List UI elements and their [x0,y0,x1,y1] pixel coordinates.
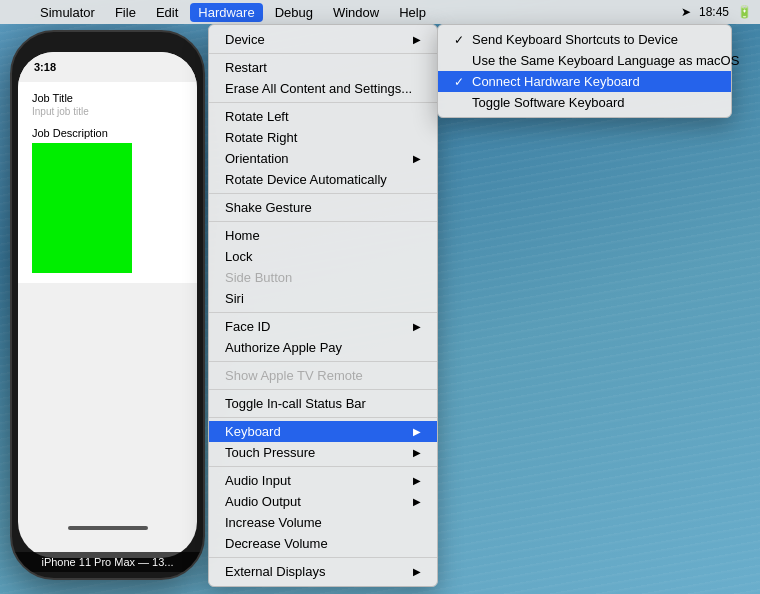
battery-icon: 🔋 [737,5,752,19]
menu-authorize-pay-label: Authorize Apple Pay [225,340,342,355]
separator-8 [209,417,437,418]
menubar-file[interactable]: File [107,3,144,22]
menu-restart-label: Restart [225,60,267,75]
menu-rotate-left[interactable]: Rotate Left [209,106,437,127]
job-title-placeholder: Input job title [32,106,183,117]
menu-audio-input-label: Audio Input [225,473,291,488]
menu-erase[interactable]: Erase All Content and Settings... [209,78,437,99]
menu-keyboard-label: Keyboard [225,424,281,439]
separator-5 [209,312,437,313]
menu-keyboard[interactable]: Keyboard ▶ [209,421,437,442]
menu-device[interactable]: Device ▶ [209,29,437,50]
separator-2 [209,102,437,103]
menu-rotate-right-label: Rotate Right [225,130,297,145]
separator-1 [209,53,437,54]
menu-decrease-volume[interactable]: Decrease Volume [209,533,437,554]
menubar: Simulator File Edit Hardware Debug Windo… [0,0,760,24]
separator-6 [209,361,437,362]
submenu-connect-hardware-label: Connect Hardware Keyboard [472,74,640,89]
menu-siri-label: Siri [225,291,244,306]
menu-external-displays[interactable]: External Displays ▶ [209,561,437,582]
menu-erase-label: Erase All Content and Settings... [225,81,412,96]
menu-apple-tv-remote-label: Show Apple TV Remote [225,368,363,383]
menu-face-id[interactable]: Face ID ▶ [209,316,437,337]
menu-orientation[interactable]: Orientation ▶ [209,148,437,169]
menu-audio-output[interactable]: Audio Output ▶ [209,491,437,512]
menu-audio-input[interactable]: Audio Input ▶ [209,470,437,491]
menubar-hardware[interactable]: Hardware [190,3,262,22]
submenu-same-language[interactable]: ✓ Use the Same Keyboard Language as macO… [438,50,731,71]
menubar-window[interactable]: Window [325,3,387,22]
menu-rotate-auto-label: Rotate Device Automatically [225,172,387,187]
check-send-shortcuts: ✓ [454,33,464,47]
menu-rotate-auto[interactable]: Rotate Device Automatically [209,169,437,190]
menu-face-id-label: Face ID [225,319,271,334]
menu-toggle-status-bar-label: Toggle In-call Status Bar [225,396,366,411]
menu-external-displays-arrow: ▶ [413,566,421,577]
job-description-label: Job Description [32,127,183,139]
menu-authorize-pay[interactable]: Authorize Apple Pay [209,337,437,358]
sim-content: Job Title Input job title Job Descriptio… [18,82,197,283]
menu-increase-volume-label: Increase Volume [225,515,322,530]
submenu-same-language-label: Use the Same Keyboard Language as macOS [472,53,739,68]
menu-orientation-label: Orientation [225,151,289,166]
menu-audio-input-arrow: ▶ [413,475,421,486]
separator-9 [209,466,437,467]
menu-increase-volume[interactable]: Increase Volume [209,512,437,533]
simulator-window: 3:18 Job Title Input job title Job Descr… [10,30,205,580]
submenu-toggle-software-label: Toggle Software Keyboard [472,95,624,110]
sim-statusbar: 3:18 [18,52,197,82]
menu-rotate-left-label: Rotate Left [225,109,289,124]
submenu-send-shortcuts-label: Send Keyboard Shortcuts to Device [472,32,678,47]
menu-audio-output-label: Audio Output [225,494,301,509]
menu-shake-label: Shake Gesture [225,200,312,215]
submenu-toggle-software[interactable]: ✓ Toggle Software Keyboard [438,92,731,113]
menubar-debug[interactable]: Debug [267,3,321,22]
menu-siri[interactable]: Siri [209,288,437,309]
separator-10 [209,557,437,558]
menubar-simulator[interactable]: Simulator [32,3,103,22]
menu-keyboard-arrow: ▶ [413,426,421,437]
menu-face-id-arrow: ▶ [413,321,421,332]
separator-4 [209,221,437,222]
sim-green-box [32,143,132,273]
menubar-help[interactable]: Help [391,3,434,22]
menu-external-displays-label: External Displays [225,564,325,579]
menu-home-label: Home [225,228,260,243]
apple-menu[interactable] [8,10,24,14]
clock: 18:45 [699,5,729,19]
menu-audio-output-arrow: ▶ [413,496,421,507]
menu-rotate-right[interactable]: Rotate Right [209,127,437,148]
menu-side-button-label: Side Button [225,270,292,285]
check-connect-hardware: ✓ [454,75,464,89]
menu-device-label: Device [225,32,265,47]
arrow-icon: ➤ [681,5,691,19]
menu-apple-tv-remote[interactable]: Show Apple TV Remote [209,365,437,386]
menu-lock-label: Lock [225,249,252,264]
menu-touch-pressure-label: Touch Pressure [225,445,315,460]
menubar-right: ➤ 18:45 🔋 [681,5,752,19]
menu-home[interactable]: Home [209,225,437,246]
menu-side-button[interactable]: Side Button [209,267,437,288]
sim-time: 3:18 [34,61,56,73]
hardware-dropdown-menu: Device ▶ Restart Erase All Content and S… [208,24,438,587]
submenu-connect-hardware[interactable]: ✓ Connect Hardware Keyboard [438,71,731,92]
menu-device-arrow: ▶ [413,34,421,45]
menu-shake[interactable]: Shake Gesture [209,197,437,218]
simulator-device-label: iPhone 11 Pro Max — 13... [12,552,203,572]
submenu-send-shortcuts[interactable]: ✓ Send Keyboard Shortcuts to Device [438,29,731,50]
separator-7 [209,389,437,390]
keyboard-submenu: ✓ Send Keyboard Shortcuts to Device ✓ Us… [437,24,732,118]
menu-touch-pressure[interactable]: Touch Pressure ▶ [209,442,437,463]
menubar-edit[interactable]: Edit [148,3,186,22]
menu-restart[interactable]: Restart [209,57,437,78]
separator-3 [209,193,437,194]
menu-toggle-status-bar[interactable]: Toggle In-call Status Bar [209,393,437,414]
sim-home-bar [68,526,148,530]
menu-decrease-volume-label: Decrease Volume [225,536,328,551]
menu-lock[interactable]: Lock [209,246,437,267]
menu-orientation-arrow: ▶ [413,153,421,164]
job-title-label: Job Title [32,92,183,104]
simulator-screen: 3:18 Job Title Input job title Job Descr… [18,52,197,558]
menu-touch-pressure-arrow: ▶ [413,447,421,458]
